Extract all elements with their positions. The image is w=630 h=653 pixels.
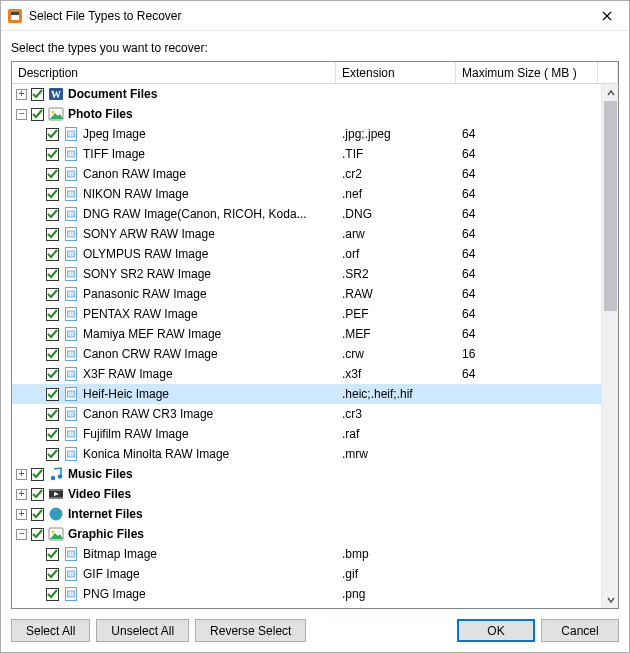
tree-rows[interactable]: +WDocument Files−Photo FilesJpeg Image.j… (12, 84, 601, 608)
tree-item-row[interactable]: PNG Image.png (12, 584, 601, 604)
scroll-thumb[interactable] (604, 101, 617, 311)
tree-item-row[interactable]: Canon RAW Image.cr264 (12, 164, 601, 184)
row-maxsize: 64 (456, 287, 598, 301)
svg-rect-16 (68, 211, 75, 217)
collapse-icon[interactable]: − (16, 529, 27, 540)
tree-item-row[interactable]: Heif-Heic Image.heic;.heif;.hif (12, 384, 601, 404)
checkbox[interactable] (46, 348, 59, 361)
reverse-select-button[interactable]: Reverse Select (195, 619, 306, 642)
checkbox[interactable] (31, 468, 44, 481)
checkbox[interactable] (46, 568, 59, 581)
file-icon (63, 286, 79, 302)
tree-item-row[interactable]: Mamiya MEF RAW Image.MEF64 (12, 324, 601, 344)
music-icon (48, 466, 64, 482)
column-header-extension[interactable]: Extension (336, 62, 456, 83)
window-title: Select File Types to Recover (29, 9, 585, 23)
tree-item-row[interactable]: Konica Minolta RAW Image.mrw (12, 444, 601, 464)
tree-category-row[interactable]: −Photo Files (12, 104, 601, 124)
checkbox[interactable] (46, 448, 59, 461)
checkbox[interactable] (46, 428, 59, 441)
expand-icon[interactable]: + (16, 509, 27, 520)
row-maxsize: 16 (456, 347, 598, 361)
checkbox[interactable] (46, 548, 59, 561)
checkbox[interactable] (46, 268, 59, 281)
tree-item-row[interactable]: Jpeg Image.jpg;.jpeg64 (12, 124, 601, 144)
checkbox[interactable] (46, 148, 59, 161)
tree-category-row[interactable]: −Graphic Files (12, 524, 601, 544)
checkbox[interactable] (31, 528, 44, 541)
row-label: OLYMPUS RAW Image (83, 247, 208, 261)
file-icon (63, 546, 79, 562)
file-icon (63, 246, 79, 262)
checkbox[interactable] (31, 88, 44, 101)
scroll-down-arrow[interactable] (602, 591, 618, 608)
checkbox[interactable] (46, 408, 59, 421)
checkbox[interactable] (46, 188, 59, 201)
tree-item-row[interactable]: Fujifilm RAW Image.raf (12, 424, 601, 444)
expand-icon[interactable]: + (16, 489, 27, 500)
file-icon (63, 326, 79, 342)
tree-item-row[interactable]: SONY SR2 RAW Image.SR264 (12, 264, 601, 284)
row-extension: .TIF (336, 147, 456, 161)
checkbox[interactable] (46, 588, 59, 601)
collapse-icon[interactable]: − (16, 109, 27, 120)
row-label: Canon RAW CR3 Image (83, 407, 213, 421)
tree-category-row[interactable]: +Music Files (12, 464, 601, 484)
tree-item-row[interactable]: DNG RAW Image(Canon, RICOH, Koda....DNG6… (12, 204, 601, 224)
checkbox[interactable] (46, 128, 59, 141)
row-label: Graphic Files (68, 527, 144, 541)
tree-item-row[interactable]: NIKON RAW Image.nef64 (12, 184, 601, 204)
tree-item-row[interactable]: PENTAX RAW Image.PEF64 (12, 304, 601, 324)
checkbox[interactable] (46, 168, 59, 181)
close-button[interactable] (585, 1, 629, 31)
tree-item-row[interactable]: GIF Image.gif (12, 564, 601, 584)
row-label: PENTAX RAW Image (83, 307, 198, 321)
checkbox[interactable] (46, 208, 59, 221)
tree-item-row[interactable]: TIFF Image.TIF64 (12, 144, 601, 164)
checkbox[interactable] (31, 108, 44, 121)
cancel-button[interactable]: Cancel (541, 619, 619, 642)
tree-category-row[interactable]: +Internet Files (12, 504, 601, 524)
scroll-up-arrow[interactable] (602, 84, 618, 101)
row-label: Photo Files (68, 107, 133, 121)
file-icon (63, 426, 79, 442)
row-maxsize: 64 (456, 127, 598, 141)
tree-item-row[interactable]: Canon CRW RAW Image.crw16 (12, 344, 601, 364)
row-label: NIKON RAW Image (83, 187, 189, 201)
tree-item-row[interactable]: Canon RAW CR3 Image.cr3 (12, 404, 601, 424)
checkbox[interactable] (46, 288, 59, 301)
checkbox[interactable] (46, 248, 59, 261)
ok-button[interactable]: OK (457, 619, 535, 642)
svg-rect-34 (68, 391, 75, 397)
file-icon (63, 306, 79, 322)
column-header-maxsize[interactable]: Maximum Size ( MB ) (456, 62, 598, 83)
select-all-button[interactable]: Select All (11, 619, 90, 642)
row-label: SONY ARW RAW Image (83, 227, 215, 241)
checkbox[interactable] (46, 308, 59, 321)
checkbox[interactable] (46, 328, 59, 341)
expand-icon[interactable]: + (16, 469, 27, 480)
checkbox[interactable] (46, 388, 59, 401)
tree-item-row[interactable]: Panasonic RAW Image.RAW64 (12, 284, 601, 304)
row-extension: .orf (336, 247, 456, 261)
tree-category-row[interactable]: +WDocument Files (12, 84, 601, 104)
svg-rect-36 (68, 411, 75, 417)
svg-rect-40 (68, 451, 75, 457)
checkbox[interactable] (46, 228, 59, 241)
tree-item-row[interactable]: X3F RAW Image.x3f64 (12, 364, 601, 384)
tree-item-row[interactable]: SONY ARW RAW Image.arw64 (12, 224, 601, 244)
expand-icon[interactable]: + (16, 89, 27, 100)
checkbox[interactable] (31, 508, 44, 521)
tree-category-row[interactable]: +Video Files (12, 484, 601, 504)
checkbox[interactable] (31, 488, 44, 501)
svg-rect-26 (68, 311, 75, 317)
row-label: DNG RAW Image(Canon, RICOH, Koda... (83, 207, 307, 221)
tree-item-row[interactable]: OLYMPUS RAW Image.orf64 (12, 244, 601, 264)
checkbox[interactable] (46, 368, 59, 381)
vertical-scrollbar[interactable] (601, 84, 618, 608)
unselect-all-button[interactable]: Unselect All (96, 619, 189, 642)
column-header-description[interactable]: Description (12, 62, 336, 83)
row-label: Canon CRW RAW Image (83, 347, 218, 361)
tree-item-row[interactable]: Bitmap Image.bmp (12, 544, 601, 564)
svg-point-48 (52, 531, 55, 534)
